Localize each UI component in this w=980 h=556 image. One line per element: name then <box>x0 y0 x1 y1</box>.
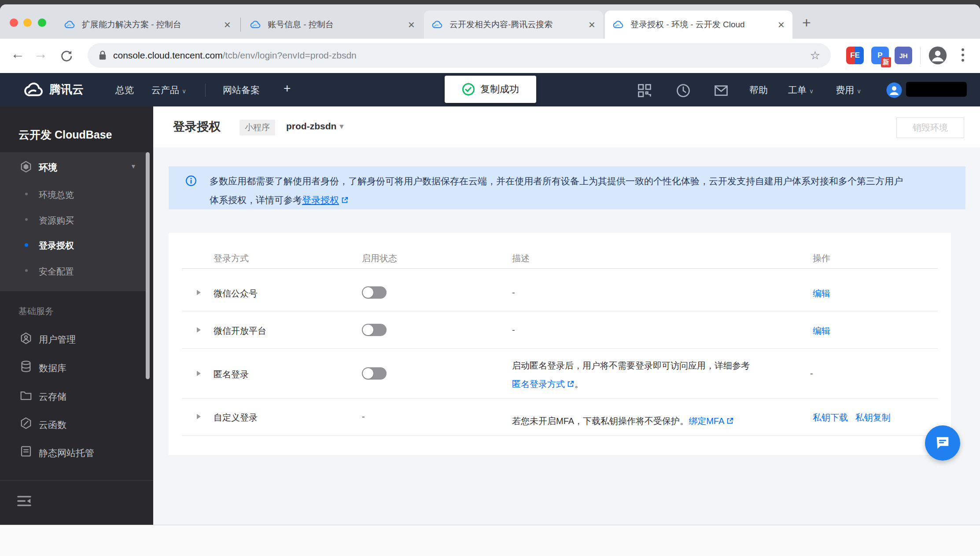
clock-icon[interactable] <box>675 83 691 99</box>
sidebar-section-environment[interactable]: 环境 <box>39 161 57 174</box>
toggle-wechat-open[interactable] <box>362 324 387 336</box>
tab-close-icon[interactable]: × <box>778 19 785 30</box>
env-type-badge: 小程序 <box>239 120 275 135</box>
database-icon <box>19 360 33 373</box>
sidebar-collapse-icon[interactable] <box>17 494 32 508</box>
main-content: 登录授权 小程序 prod-zbsdn ▼ 销毁环境 多数应用都需要了解使用者身… <box>153 106 980 525</box>
toggle-knob <box>363 368 373 379</box>
sidebar-footer-divider <box>0 480 153 481</box>
tab-strip: 扩展能力解决方案 - 控制台 × 账号信息 - 控制台 × 云开发相关内容-腾讯… <box>0 4 980 39</box>
sidebar-item-resource-purchase[interactable]: 资源购买 <box>39 215 74 227</box>
window-close-button[interactable] <box>10 18 18 27</box>
customer-service-chat-button[interactable] <box>925 425 960 461</box>
tencent-cloud-favicon <box>432 19 443 30</box>
sidebar-scrollbar-thumb[interactable] <box>146 152 150 379</box>
toggle-anonymous-login[interactable] <box>362 367 387 380</box>
nav-overview[interactable]: 总览 <box>115 84 134 96</box>
tab-2[interactable]: 账号信息 - 控制台 × <box>242 11 423 39</box>
sidebar-item-static-hosting[interactable]: 静态网站托管 <box>39 447 94 459</box>
column-header-ops: 操作 <box>813 252 830 264</box>
toggle-wechat-official[interactable] <box>362 286 387 299</box>
nav-products[interactable]: 云产品∨ <box>151 84 186 96</box>
user-management-icon <box>19 332 33 345</box>
back-button[interactable]: ← <box>11 46 25 62</box>
section-collapse-caret-icon[interactable]: ▼ <box>130 163 136 170</box>
toast-text: 复制成功 <box>480 83 519 96</box>
window-zoom-button[interactable] <box>38 18 46 27</box>
sidebar-product-title: 云开发 CloudBase <box>18 128 112 142</box>
edit-link[interactable]: 编辑 <box>813 289 830 298</box>
bullet-icon <box>25 193 28 195</box>
extension-p-icon[interactable]: P 新 <box>871 47 889 64</box>
row-expander-icon[interactable] <box>197 371 201 376</box>
tab-3[interactable]: 云开发相关内容-腾讯云搜索 × <box>424 11 603 39</box>
tab-close-icon[interactable]: × <box>224 19 231 30</box>
env-select-caret-icon[interactable]: ▼ <box>338 123 345 131</box>
row-expander-icon[interactable] <box>197 290 201 295</box>
static-hosting-icon <box>19 445 33 458</box>
reload-button[interactable] <box>59 48 74 63</box>
bullet-icon <box>25 269 28 272</box>
chat-bubble-icon <box>934 434 951 452</box>
env-name-selector[interactable]: prod-zbsdn <box>286 121 336 132</box>
mail-icon[interactable] <box>713 83 729 99</box>
bookmark-star-icon[interactable]: ☆ <box>810 49 820 62</box>
info-banner: 多数应用都需要了解使用者身份，了解身份可将用户数据保存在云端，并在使用者所有设备… <box>169 166 965 209</box>
extension-jh-icon[interactable]: JH <box>895 47 912 64</box>
tab-1[interactable]: 扩展能力解决方案 - 控制台 × <box>56 11 239 39</box>
address-bar[interactable]: console.cloud.tencent.com/tcb/env/login?… <box>88 43 831 68</box>
brand-text[interactable]: 腾讯云 <box>49 82 84 97</box>
user-avatar-icon[interactable] <box>886 82 903 99</box>
sidebar-item-env-overview[interactable]: 环境总览 <box>39 189 74 201</box>
tab-4-active[interactable]: 登录授权 - 环境 - 云开发 Cloud × <box>605 11 792 39</box>
extension-new-badge: 新 <box>881 57 891 67</box>
sidebar-item-cloud-storage[interactable]: 云存储 <box>39 391 66 403</box>
destroy-env-button[interactable]: 销毁环境 <box>896 117 964 138</box>
profile-avatar-icon[interactable] <box>928 46 947 65</box>
row-method-name: 微信开放平台 <box>214 325 266 337</box>
tab-close-icon[interactable]: × <box>408 19 415 30</box>
row-desc: 启动匿名登录后，用户将不需要登录即可访问应用，详细参考匿名登录方式。 <box>512 356 776 393</box>
url-path: /tcb/env/login?envId=prod-zbsdn <box>223 50 357 60</box>
nav-help[interactable]: 帮助 <box>749 84 768 96</box>
table-divider <box>182 435 938 436</box>
browser-menu-icon[interactable] <box>962 48 964 51</box>
sidebar-item-database[interactable]: 数据库 <box>39 362 66 374</box>
row-desc: - <box>512 325 515 335</box>
sidebar-item-security-config[interactable]: 安全配置 <box>39 266 74 278</box>
nav-billing[interactable]: 费用∨ <box>836 84 861 96</box>
nav-icp[interactable]: 网站备案 <box>223 84 260 96</box>
tab-close-icon[interactable]: × <box>589 19 595 30</box>
row-expander-icon[interactable] <box>197 414 201 419</box>
sidebar-item-login-auth[interactable]: 登录授权 <box>39 240 74 252</box>
nav-add-icon[interactable]: + <box>284 81 291 95</box>
toggle-knob <box>363 287 373 298</box>
bind-mfa-link[interactable]: 绑定MFA <box>689 416 724 426</box>
info-icon <box>185 175 197 187</box>
address-bar-row: ← → console.cloud.tencent.com/tcb/env/lo… <box>0 39 980 73</box>
row-desc: 若您未开启MFA，下载私钥操作将不受保护。绑定MFA <box>512 412 820 430</box>
tab-title: 账号信息 - 控制台 <box>268 19 402 30</box>
tencent-cloud-logo[interactable] <box>23 79 46 100</box>
tencent-cloud-favicon <box>613 19 624 30</box>
column-header-desc: 描述 <box>512 252 530 264</box>
nav-ticket[interactable]: 工单∨ <box>788 84 814 96</box>
row-method-name: 微信公众号 <box>214 288 258 300</box>
edit-link[interactable]: 编辑 <box>813 326 830 336</box>
bullet-active-icon <box>25 243 28 247</box>
new-tab-button[interactable]: + <box>802 15 811 30</box>
private-key-download-link[interactable]: 私钥下载 <box>813 413 848 422</box>
forward-button[interactable]: → <box>33 46 48 62</box>
table-divider <box>182 348 938 349</box>
window-minimize-button[interactable] <box>23 18 32 27</box>
sidebar-item-cloud-functions[interactable]: 云函数 <box>39 419 66 431</box>
qr-code-icon[interactable] <box>637 83 652 99</box>
private-key-copy-link[interactable]: 私钥复制 <box>855 413 891 422</box>
banner-login-auth-link[interactable]: 登录授权 <box>302 195 339 205</box>
tab-separator <box>240 18 241 32</box>
sidebar-item-user-management[interactable]: 用户管理 <box>39 333 76 346</box>
row-expander-icon[interactable] <box>197 327 201 333</box>
extension-fe-icon[interactable]: FE <box>846 47 864 64</box>
anonymous-login-doc-link[interactable]: 匿名登录方式 <box>512 379 565 389</box>
row-ops: - <box>810 369 813 379</box>
